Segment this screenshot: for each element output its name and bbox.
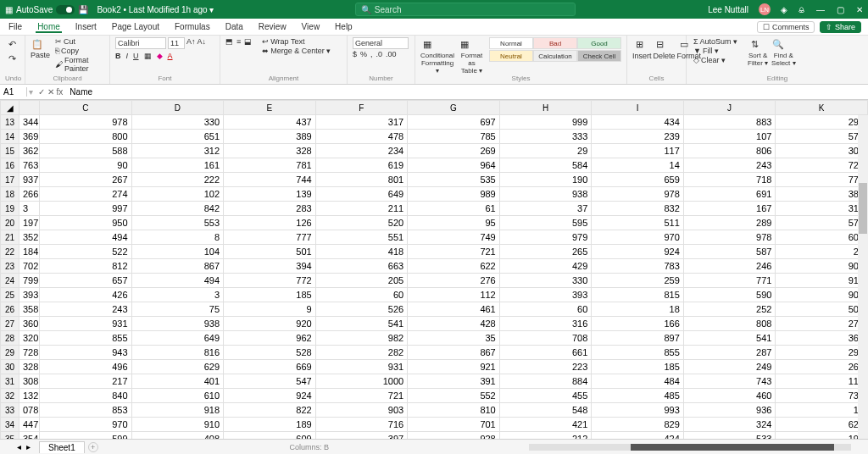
cell[interactable]: 609 bbox=[224, 432, 316, 440]
cell[interactable]: 571 bbox=[776, 216, 868, 230]
cell[interactable]: 249 bbox=[683, 360, 776, 374]
cell[interactable]: 102 bbox=[131, 187, 224, 202]
cell[interactable]: 354 bbox=[19, 432, 40, 440]
cell[interactable]: 905 bbox=[776, 259, 868, 274]
cell[interactable]: 18 bbox=[592, 302, 684, 317]
tab-help[interactable]: Help bbox=[333, 22, 354, 31]
percent-icon[interactable]: % bbox=[360, 50, 367, 58]
format-painter-button[interactable]: 🖌 Format Painter bbox=[53, 56, 104, 73]
cell[interactable]: 663 bbox=[315, 259, 408, 274]
copy-button[interactable]: ⎘ Copy bbox=[53, 47, 104, 55]
close-button[interactable]: ✕ bbox=[856, 5, 863, 14]
dec-dec-icon[interactable]: .00 bbox=[386, 50, 397, 58]
cell[interactable]: 595 bbox=[499, 216, 592, 230]
row-header[interactable]: 26 bbox=[1, 302, 19, 317]
row-header[interactable]: 31 bbox=[1, 374, 19, 389]
cell[interactable]: 394 bbox=[224, 259, 316, 274]
cell[interactable]: 328 bbox=[19, 360, 40, 374]
cell[interactable]: 294 bbox=[776, 346, 868, 360]
cell[interactable]: 728 bbox=[19, 346, 40, 360]
cell[interactable]: 95 bbox=[408, 216, 500, 230]
cell[interactable]: 14 bbox=[592, 158, 684, 173]
tab-formulas[interactable]: Formulas bbox=[173, 22, 212, 31]
cell[interactable]: 317 bbox=[315, 115, 408, 130]
redo-icon[interactable]: ↷ bbox=[5, 52, 19, 65]
cell[interactable]: 551 bbox=[315, 230, 408, 245]
cell[interactable]: 211 bbox=[315, 202, 408, 216]
row-header[interactable]: 28 bbox=[1, 331, 19, 346]
cell[interactable]: 252 bbox=[683, 302, 776, 317]
cell[interactable]: 840 bbox=[40, 389, 132, 403]
row-header[interactable]: 23 bbox=[1, 259, 19, 274]
diamond-icon[interactable]: ◈ bbox=[781, 5, 787, 14]
row-header[interactable]: 16 bbox=[1, 158, 19, 173]
find-select-button[interactable]: 🔍Find & Select ▾ bbox=[771, 37, 795, 67]
autosum-button[interactable]: Σ AutoSum ▾ bbox=[692, 37, 739, 46]
cell[interactable]: 970 bbox=[592, 230, 684, 245]
cell[interactable]: 243 bbox=[683, 158, 776, 173]
cell[interactable]: 277 bbox=[776, 317, 868, 331]
cell[interactable]: 997 bbox=[40, 202, 132, 216]
cell[interactable]: 344 bbox=[19, 115, 40, 130]
fill-button[interactable]: ▼ Fill ▾ bbox=[692, 47, 739, 55]
cell[interactable]: 190 bbox=[499, 173, 592, 187]
fill-color-button[interactable]: ◆ bbox=[157, 52, 163, 60]
cell[interactable]: 246 bbox=[683, 259, 776, 274]
cell[interactable]: 522 bbox=[40, 245, 132, 259]
cell[interactable]: 29 bbox=[499, 144, 592, 158]
cell[interactable]: 576 bbox=[776, 130, 868, 144]
column-header[interactable]: H bbox=[499, 101, 592, 115]
row-header[interactable]: 34 bbox=[1, 418, 19, 432]
cell[interactable]: 629 bbox=[131, 360, 224, 374]
cell[interactable]: 333 bbox=[499, 130, 592, 144]
cell[interactable]: 883 bbox=[683, 115, 776, 130]
cell[interactable]: 161 bbox=[131, 158, 224, 173]
cell[interactable]: 276 bbox=[408, 274, 500, 288]
cell[interactable]: 620 bbox=[776, 418, 868, 432]
cell[interactable]: 744 bbox=[224, 173, 316, 187]
cell[interactable]: 426 bbox=[40, 288, 132, 302]
cell[interactable]: 950 bbox=[40, 216, 132, 230]
cell[interactable]: 855 bbox=[40, 331, 132, 346]
cell[interactable]: 139 bbox=[224, 187, 316, 202]
cell[interactable]: 313 bbox=[776, 202, 868, 216]
row-header[interactable]: 17 bbox=[1, 173, 19, 187]
cell[interactable]: 239 bbox=[592, 130, 684, 144]
cell[interactable]: 312 bbox=[131, 144, 224, 158]
tab-review[interactable]: Review bbox=[257, 22, 288, 31]
cell[interactable]: 8 bbox=[131, 230, 224, 245]
cell[interactable]: 691 bbox=[683, 187, 776, 202]
cell[interactable]: 771 bbox=[683, 274, 776, 288]
cell[interactable]: 776 bbox=[776, 173, 868, 187]
underline-button[interactable]: U bbox=[133, 52, 139, 60]
save-icon[interactable]: 💾 bbox=[78, 5, 88, 14]
sheet-nav-prev-icon[interactable]: ▸ bbox=[26, 442, 31, 451]
cell[interactable]: 507 bbox=[776, 302, 868, 317]
cell[interactable]: 783 bbox=[592, 259, 684, 274]
add-sheet-button[interactable]: + bbox=[88, 442, 98, 452]
fx-icon[interactable]: ✓ ✕ fx bbox=[35, 87, 66, 97]
cell[interactable]: 367 bbox=[776, 331, 868, 346]
cell[interactable]: 921 bbox=[408, 360, 500, 374]
cell[interactable]: 799 bbox=[19, 274, 40, 288]
paste-button[interactable]: 📋Paste bbox=[31, 37, 50, 59]
row-header[interactable]: 24 bbox=[1, 274, 19, 288]
cell[interactable]: 484 bbox=[592, 374, 684, 389]
comma-icon[interactable]: , bbox=[370, 50, 373, 58]
name-box[interactable]: A1 bbox=[0, 87, 27, 97]
cell[interactable]: 267 bbox=[40, 173, 132, 187]
cell[interactable]: 970 bbox=[40, 418, 132, 432]
column-header[interactable]: D bbox=[131, 101, 224, 115]
cell[interactable]: 661 bbox=[499, 346, 592, 360]
font-name-select[interactable]: Calibri bbox=[115, 37, 166, 49]
vertical-scrollbar[interactable] bbox=[858, 115, 868, 439]
cell[interactable]: 320 bbox=[19, 331, 40, 346]
cell[interactable]: 352 bbox=[19, 230, 40, 245]
cell[interactable]: 520 bbox=[315, 216, 408, 230]
cell[interactable]: 884 bbox=[499, 374, 592, 389]
style-normal[interactable]: Normal bbox=[489, 37, 533, 49]
style-bad[interactable]: Bad bbox=[533, 37, 577, 49]
merge-center-button[interactable]: ⬌ Merge & Center ▾ bbox=[260, 47, 332, 55]
row-header[interactable]: 13 bbox=[1, 115, 19, 130]
cell[interactable]: 197 bbox=[19, 216, 40, 230]
